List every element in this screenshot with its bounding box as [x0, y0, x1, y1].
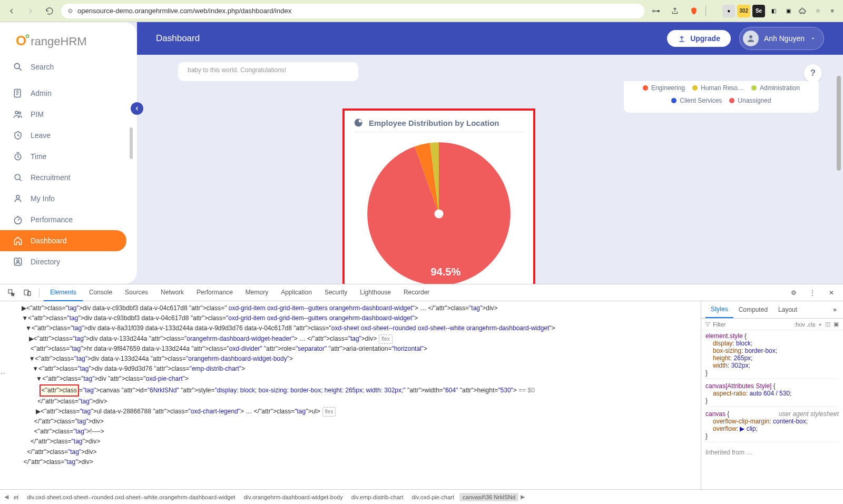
legend-item: Human Reso… [692, 84, 744, 92]
devtools-more-icon[interactable]: ⋮ [805, 285, 820, 300]
breadcrumb-item[interactable]: et [11, 493, 22, 501]
avatar [743, 31, 759, 46]
devtools-tabs: ElementsConsoleSourcesNetworkPerformance… [0, 284, 843, 301]
dom-line[interactable]: ▼<"attr">class="tag">div data-v-8a31f039… [4, 323, 697, 333]
ext-puzzle-icon[interactable] [797, 5, 809, 17]
sidebar-item-time[interactable]: Time [0, 146, 126, 167]
new-rule-icon[interactable]: + [819, 321, 822, 328]
dom-line[interactable]: ▶<"attr">class="tag">div data-v-133d244a… [4, 334, 697, 344]
dom-line[interactable]: ▶<"attr">class="tag">ul data-v-28866788 … [4, 407, 697, 417]
svg-rect-1 [14, 90, 21, 97]
search-icon [13, 62, 23, 72]
dom-line[interactable]: </"attr">class="tag">div> [4, 457, 697, 467]
dom-breadcrumb[interactable]: ◀ etdiv.oxd-sheet.oxd-sheet--rounded.oxd… [0, 489, 843, 504]
ext-badge[interactable]: 302 [737, 5, 750, 17]
url-bar[interactable]: ⚙ opensource-demo.orangehrmlive.com/web/… [61, 4, 644, 18]
devtools-close-icon[interactable]: ✕ [824, 285, 839, 300]
breadcrumb-item[interactable]: canvas#\36 NrklSNd [459, 493, 518, 501]
legend-card: EngineeringHuman Reso…AdministrationClie… [624, 81, 819, 113]
sidebar-item-leave[interactable]: Leave [0, 125, 126, 146]
devtools-tab-sources[interactable]: Sources [119, 284, 154, 301]
breadcrumb-item[interactable]: div.emp-distrib-chart [348, 493, 407, 501]
ext-icon-1[interactable]: ● [722, 5, 735, 17]
forward-button[interactable] [23, 4, 38, 18]
bc-right-arrow[interactable]: ▶ [521, 493, 525, 500]
dom-line[interactable]: ▶<"attr">class="tag">div data-v-c93bdbf3… [4, 303, 697, 313]
device-toolbar-button[interactable] [20, 285, 35, 300]
bookmark-icon[interactable]: ☆ [811, 5, 824, 17]
css-rule[interactable]: element.style {display: block;box-sizing… [705, 332, 839, 379]
devtools-tab-network[interactable]: Network [154, 284, 190, 301]
ext-icon-3[interactable]: ◧ [767, 5, 780, 17]
inspect-element-button[interactable] [4, 285, 19, 300]
devtools-tab-recorder[interactable]: Recorder [397, 284, 436, 301]
styles-tab-computed[interactable]: Computed [733, 302, 773, 318]
breadcrumb-item[interactable]: div.orangehrm-dashboard-widget-body [241, 493, 346, 501]
sidebar-item-pim[interactable]: PIM [0, 104, 126, 125]
site-settings-icon[interactable]: ⚙ [67, 7, 73, 15]
dom-line[interactable]: </"attr">class="tag">div> [4, 397, 697, 407]
ext-icon-se[interactable]: Se [752, 5, 765, 17]
back-button[interactable] [4, 4, 19, 18]
menu-icon[interactable]: ≡ [826, 5, 839, 17]
devtools-tab-performance[interactable]: Performance [190, 284, 239, 301]
logo: O✿rangeHRM [0, 22, 137, 54]
styles-tab-layout[interactable]: Layout [773, 302, 802, 318]
myinfo-icon [13, 193, 23, 204]
reload-button[interactable] [42, 4, 57, 18]
pie-chart[interactable]: 94.5% [364, 139, 514, 284]
sidebar-item-dashboard[interactable]: Dashboard [0, 230, 126, 251]
leave-icon [13, 130, 23, 141]
bc-left-arrow[interactable]: ◀ [4, 493, 8, 500]
styles-tabs-more[interactable]: » [831, 302, 839, 318]
devtools-tab-lighthouse[interactable]: Lighthouse [354, 284, 397, 301]
devtools-tab-security[interactable]: Security [318, 284, 354, 301]
breadcrumb-item[interactable]: div.oxd-sheet.oxd-sheet--rounded.oxd-she… [24, 493, 238, 501]
svg-point-3 [18, 112, 21, 114]
devtools-tab-memory[interactable]: Memory [239, 284, 275, 301]
brave-shield-icon[interactable] [687, 4, 701, 18]
dom-line[interactable]: <"attr">class="tag">!----> [4, 427, 697, 437]
ext-icon-4[interactable]: ▣ [782, 5, 795, 17]
sidebar-item-performance[interactable]: Performance [0, 209, 126, 230]
dom-line[interactable]: ▼<"attr">class="tag">div data-v-9d9d3d76… [4, 364, 697, 374]
content-scrollbar[interactable] [837, 76, 841, 171]
sidebar-scrollbar[interactable] [130, 127, 133, 159]
search-input[interactable]: Search [0, 54, 137, 80]
device-icon[interactable]: ◫ [825, 321, 830, 328]
browser-toolbar: ⚙ opensource-demo.orangehrmlive.com/web/… [0, 0, 843, 22]
dom-line[interactable]: ▼<"attr">class="tag">div data-v-133d244a… [4, 354, 697, 364]
styles-tab-styles[interactable]: Styles [705, 301, 733, 318]
devtools-settings-icon[interactable]: ⚙ [786, 285, 801, 300]
styles-toggles[interactable]: :hov .cls [794, 321, 815, 328]
password-icon[interactable]: ⊶ [649, 4, 663, 18]
dom-line[interactable]: <"attr">class="tag">hr data-v-9f847659 d… [4, 344, 697, 354]
css-rules[interactable]: element.style {display: block;box-sizing… [701, 330, 843, 458]
dom-line[interactable]: ▼<"attr">class="tag">div data-v-c93bdbf3… [4, 313, 697, 323]
help-button[interactable]: ? [804, 64, 822, 82]
dom-line[interactable]: <"attr">class="tag">canvas "attr">id="6N… [4, 384, 697, 397]
filter-input[interactable] [713, 321, 791, 328]
dom-line[interactable]: </"attr">class="tag">div> [4, 447, 697, 457]
dom-line[interactable]: </"attr">class="tag">div> [4, 437, 697, 447]
breadcrumb-item[interactable]: div.oxd-pie-chart [409, 493, 458, 501]
devtools-tab-console[interactable]: Console [83, 284, 119, 301]
sidebar-item-admin[interactable]: Admin [0, 83, 126, 104]
dom-line[interactable]: ▼<"attr">class="tag">div "attr">class="o… [4, 374, 697, 384]
css-rule[interactable]: canvas {user agent stylesheetoverflow-cl… [705, 410, 839, 442]
box-model-icon[interactable]: ▣ [834, 321, 839, 328]
css-rule[interactable]: canvas[Attributes Style] {aspect-ratio: … [705, 382, 839, 407]
collapse-sidebar-button[interactable] [131, 102, 143, 115]
dom-line[interactable]: </"attr">class="tag">div> [4, 417, 697, 427]
elements-panel[interactable]: ⋯ ▶<"attr">class="tag">div data-v-c93bdb… [0, 301, 701, 489]
devtools-tab-application[interactable]: Application [275, 284, 318, 301]
user-dropdown[interactable]: Anh Nguyen [739, 27, 824, 50]
sidebar-item-directory[interactable]: Directory [0, 251, 126, 272]
upgrade-button[interactable]: Upgrade [667, 30, 731, 47]
devtools-tab-elements[interactable]: Elements [44, 284, 83, 301]
share-icon[interactable] [668, 4, 682, 18]
sidebar-item-label: Time [31, 152, 47, 161]
sidebar-item-my-info[interactable]: My Info [0, 188, 126, 209]
pie-icon [354, 118, 364, 127]
sidebar-item-recruitment[interactable]: Recruitment [0, 167, 126, 188]
